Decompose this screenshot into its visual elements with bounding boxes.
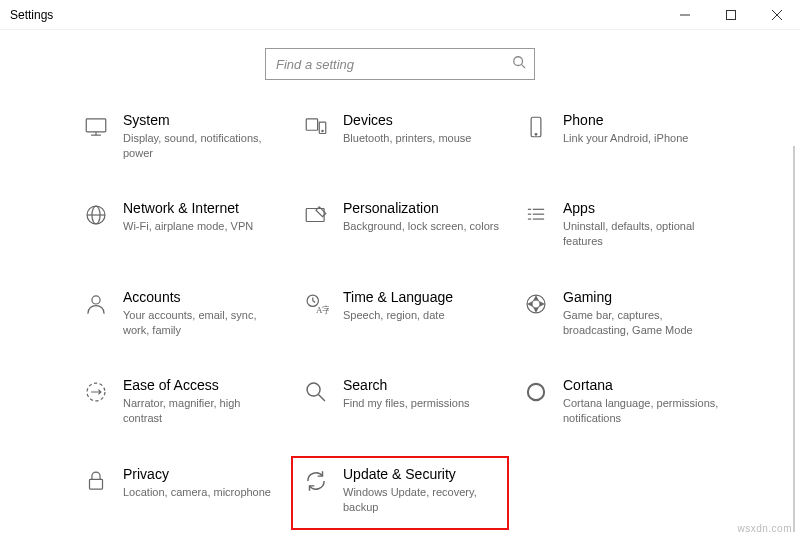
svg-line-5 xyxy=(522,65,526,69)
tile-title: Accounts xyxy=(123,289,279,306)
tile-desc: Wi-Fi, airplane mode, VPN xyxy=(123,219,253,234)
minimize-button[interactable] xyxy=(662,0,708,30)
tile-title: Apps xyxy=(563,200,719,217)
settings-grid: System Display, sound, notifications, po… xyxy=(0,108,800,518)
svg-point-34 xyxy=(528,384,544,400)
tile-title: Update & Security xyxy=(343,466,499,483)
globe-icon xyxy=(81,200,111,230)
tile-ease-of-access[interactable]: Ease of Access Narrator, magnifier, high… xyxy=(75,373,285,429)
search-icon xyxy=(512,55,526,73)
search-box[interactable] xyxy=(265,48,535,80)
tile-title: Cortana xyxy=(563,377,719,394)
ease-of-access-icon xyxy=(81,377,111,407)
maximize-button[interactable] xyxy=(708,0,754,30)
tile-title: Personalization xyxy=(343,200,499,217)
privacy-icon xyxy=(81,466,111,496)
tile-devices[interactable]: Devices Bluetooth, printers, mouse xyxy=(295,108,505,164)
tile-title: Phone xyxy=(563,112,688,129)
tile-privacy[interactable]: Privacy Location, camera, microphone xyxy=(75,462,285,518)
tile-desc: Background, lock screen, colors xyxy=(343,219,499,234)
tile-title: Devices xyxy=(343,112,471,129)
tile-title: System xyxy=(123,112,279,129)
tile-apps[interactable]: Apps Uninstall, defaults, optional featu… xyxy=(515,196,725,252)
apps-icon xyxy=(521,200,551,230)
tile-title: Privacy xyxy=(123,466,271,483)
tile-network[interactable]: Network & Internet Wi-Fi, airplane mode,… xyxy=(75,196,285,252)
tile-desc: Bluetooth, printers, mouse xyxy=(343,131,471,146)
tile-title: Gaming xyxy=(563,289,719,306)
tile-desc: Uninstall, defaults, optional features xyxy=(563,219,719,249)
tile-accounts[interactable]: Accounts Your accounts, email, sync, wor… xyxy=(75,285,285,341)
time-language-icon: A字 xyxy=(301,289,331,319)
close-button[interactable] xyxy=(754,0,800,30)
svg-text:A字: A字 xyxy=(316,305,329,315)
tile-title: Ease of Access xyxy=(123,377,279,394)
tile-desc: Location, camera, microphone xyxy=(123,485,271,500)
tile-title: Search xyxy=(343,377,470,394)
cortana-icon xyxy=(521,377,551,407)
update-icon xyxy=(301,466,331,496)
svg-point-4 xyxy=(514,57,523,66)
svg-point-32 xyxy=(307,384,320,397)
tile-title: Network & Internet xyxy=(123,200,253,217)
tile-desc: Game bar, captures, broadcasting, Game M… xyxy=(563,308,719,338)
tile-desc: Speech, region, date xyxy=(343,308,453,323)
system-icon xyxy=(81,112,111,142)
scrollbar-thumb[interactable] xyxy=(793,146,795,532)
tile-personalization[interactable]: Personalization Background, lock screen,… xyxy=(295,196,505,252)
tile-update-security[interactable]: Update & Security Windows Update, recove… xyxy=(291,456,509,530)
devices-icon xyxy=(301,112,331,142)
accounts-icon xyxy=(81,289,111,319)
watermark: wsxdn.com xyxy=(737,523,792,534)
window-title: Settings xyxy=(10,8,662,22)
phone-icon xyxy=(521,112,551,142)
svg-point-13 xyxy=(535,134,537,136)
tile-desc: Find my files, permissions xyxy=(343,396,470,411)
tile-system[interactable]: System Display, sound, notifications, po… xyxy=(75,108,285,164)
tile-desc: Windows Update, recovery, backup xyxy=(343,485,499,515)
tile-desc: Narrator, magnifier, high contrast xyxy=(123,396,279,426)
tile-phone[interactable]: Phone Link your Android, iPhone xyxy=(515,108,725,164)
svg-line-27 xyxy=(313,301,315,303)
svg-rect-6 xyxy=(86,119,106,132)
tile-search[interactable]: Search Find my files, permissions xyxy=(295,373,505,429)
svg-point-24 xyxy=(92,296,100,304)
search-input[interactable] xyxy=(276,49,512,79)
tile-gaming[interactable]: Gaming Game bar, captures, broadcasting,… xyxy=(515,285,725,341)
svg-rect-35 xyxy=(90,479,103,489)
svg-rect-9 xyxy=(306,119,317,130)
titlebar: Settings xyxy=(0,0,800,30)
search-tile-icon xyxy=(301,377,331,407)
svg-point-30 xyxy=(532,300,540,308)
svg-line-33 xyxy=(318,395,325,402)
tile-desc: Display, sound, notifications, power xyxy=(123,131,279,161)
tile-desc: Your accounts, email, sync, work, family xyxy=(123,308,279,338)
tile-desc: Link your Android, iPhone xyxy=(563,131,688,146)
page-content: System Display, sound, notifications, po… xyxy=(0,30,800,540)
tile-title: Time & Language xyxy=(343,289,453,306)
svg-point-11 xyxy=(322,130,323,131)
tile-time[interactable]: A字 Time & Language Speech, region, date xyxy=(295,285,505,341)
window-controls xyxy=(662,0,800,30)
gaming-icon xyxy=(521,289,551,319)
scrollbar[interactable] xyxy=(790,146,798,532)
tile-desc: Cortana language, permissions, notificat… xyxy=(563,396,719,426)
tile-cortana[interactable]: Cortana Cortana language, permissions, n… xyxy=(515,373,725,429)
svg-rect-1 xyxy=(727,10,736,19)
personalization-icon xyxy=(301,200,331,230)
